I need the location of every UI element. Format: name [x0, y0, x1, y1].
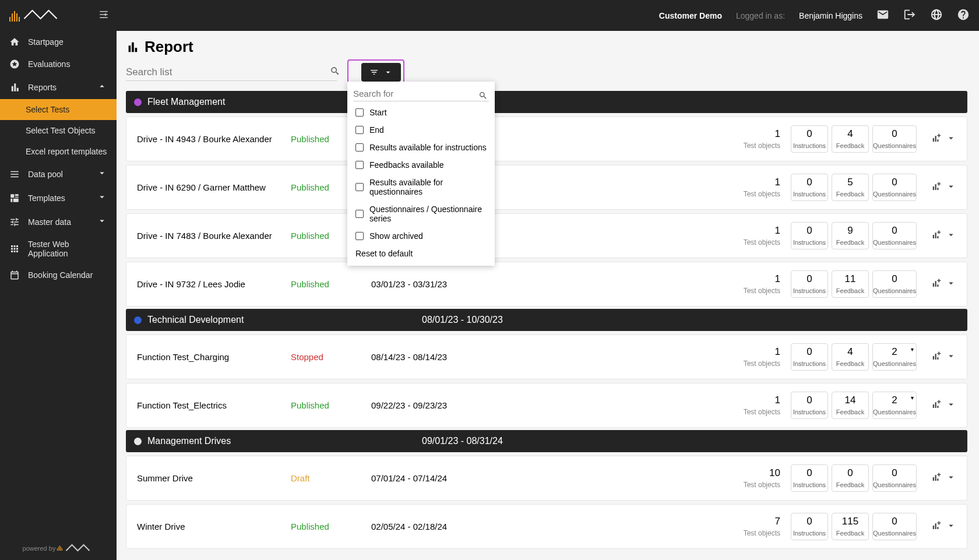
chevron-down-icon[interactable]: [946, 520, 956, 533]
metric-feedback[interactable]: 4Feedback: [832, 343, 869, 371]
add-chart-icon[interactable]: [931, 520, 941, 533]
sidebar-item-label: Select Tests: [26, 105, 69, 114]
metric-instructions[interactable]: 0Instructions: [791, 270, 828, 298]
globe-icon[interactable]: [930, 8, 943, 23]
sidebar-item-reports[interactable]: Reports: [0, 75, 117, 99]
group-header[interactable]: Fleet Management01/01/23 - 12/: [126, 91, 967, 113]
sidebar-item-data-pool[interactable]: Data pool: [0, 162, 117, 186]
group-header[interactable]: Management Drives09/01/23 - 08/31/24: [126, 430, 967, 452]
filter-option[interactable]: Results available for instructions: [347, 139, 495, 156]
topbar: Customer Demo Logged in as: Benjamin Hig…: [0, 0, 979, 31]
sidebar-item-select-test-objects[interactable]: Select Test Objects: [0, 120, 117, 141]
filter-option[interactable]: Feedbacks available: [347, 156, 495, 174]
color-dot-icon: [134, 98, 142, 106]
test-status: Published: [291, 400, 367, 410]
search-input[interactable]: [126, 64, 337, 81]
checkbox-icon: [355, 108, 364, 117]
test-row[interactable]: Drive - IN 6290 / Garner MatthewPublishe…: [126, 165, 967, 210]
group-date-range: 08/01/23 - 10/30/23: [422, 315, 503, 325]
metric-instructions[interactable]: 0Instructions: [791, 392, 828, 419]
add-chart-icon[interactable]: [931, 133, 941, 145]
sidebar-item-evaluations[interactable]: Evaluations: [0, 53, 117, 75]
chevron-down-icon[interactable]: [946, 181, 956, 193]
metric-questionnaires[interactable]: 0Questionnaires: [872, 174, 917, 201]
metric-feedback[interactable]: 0Feedback: [832, 464, 869, 492]
filter-option[interactable]: Questionnaires / Questionnaire series: [347, 200, 495, 227]
add-chart-icon[interactable]: [931, 399, 941, 411]
add-chart-icon[interactable]: [931, 230, 941, 242]
sidebar-item-startpage[interactable]: Startpage: [0, 31, 117, 53]
sidebar-item-templates[interactable]: Templates: [0, 186, 117, 210]
sidebar-item-booking-calendar[interactable]: Booking Calendar: [0, 264, 117, 286]
metric-test-objects: 1Test objects: [574, 346, 786, 368]
sidebar-item-master-data[interactable]: Master data: [0, 210, 117, 234]
metric-instructions[interactable]: 0Instructions: [791, 513, 828, 540]
filter-search-input[interactable]: [353, 86, 489, 101]
metric-questionnaires[interactable]: 0Questionnaires: [872, 270, 917, 298]
test-row[interactable]: Drive - IN 4943 / Bourke AlexanderPublis…: [126, 117, 967, 161]
user-name[interactable]: Benjamin Higgins: [799, 11, 862, 20]
metric-feedback[interactable]: 9Feedback: [832, 222, 869, 249]
filter-option-label: Feedbacks available: [369, 160, 444, 170]
add-chart-icon[interactable]: [931, 181, 941, 193]
chevron-down-icon: [97, 168, 107, 180]
mail-icon[interactable]: [876, 8, 889, 23]
test-row[interactable]: Function Test_ChargingStopped08/14/23 - …: [126, 334, 967, 379]
sidebar-item-tester-web[interactable]: Tester Web Application: [0, 234, 117, 264]
metric-instructions[interactable]: 0Instructions: [791, 343, 828, 371]
tune-icon: [9, 217, 20, 227]
collapse-sidebar-icon[interactable]: [98, 9, 110, 22]
chevron-down-icon[interactable]: [946, 278, 956, 290]
test-row[interactable]: Drive - IN 7483 / Bourke AlexanderPublis…: [126, 213, 967, 258]
metric-feedback[interactable]: 11Feedback: [832, 270, 869, 298]
test-row[interactable]: Winter DrivePublished02/05/24 - 02/18/24…: [126, 504, 967, 549]
filter-reset[interactable]: Reset to default: [347, 245, 495, 262]
logout-icon[interactable]: [903, 8, 916, 23]
chevron-down-icon[interactable]: [946, 230, 956, 242]
sidebar-footer: powered by: [0, 536, 117, 560]
filter-option[interactable]: Start: [347, 104, 495, 121]
metric-feedback[interactable]: 115Feedback: [832, 513, 869, 540]
filter-option[interactable]: Results available for questionnaires: [347, 174, 495, 200]
test-row[interactable]: Drive - IN 9732 / Lees JodiePublished03/…: [126, 262, 967, 307]
caret-down-icon: [383, 68, 393, 77]
color-dot-icon: [134, 438, 142, 445]
search-icon[interactable]: [330, 66, 340, 79]
metric-questionnaires[interactable]: 0Questionnaires: [872, 513, 917, 540]
sidebar-item-select-tests[interactable]: Select Tests: [0, 99, 117, 120]
metric-instructions[interactable]: 0Instructions: [791, 222, 828, 249]
test-row[interactable]: Summer DriveDraft07/01/24 - 07/14/2410Te…: [126, 456, 967, 501]
metric-feedback[interactable]: 5Feedback: [832, 174, 869, 201]
filter-button[interactable]: [361, 63, 401, 82]
add-chart-icon[interactable]: [931, 472, 941, 484]
filter-option[interactable]: End: [347, 121, 495, 139]
metric-questionnaires[interactable]: 2Questionnaires▾: [872, 343, 917, 371]
search-icon[interactable]: [478, 91, 488, 103]
chevron-down-icon[interactable]: [946, 133, 956, 145]
chevron-down-icon[interactable]: [946, 351, 956, 363]
chevron-down-icon: [97, 192, 107, 204]
add-chart-icon[interactable]: [931, 351, 941, 363]
filter-option-label: Show archived: [369, 231, 423, 241]
metric-instructions[interactable]: 0Instructions: [791, 174, 828, 201]
metric-questionnaires[interactable]: 0Questionnaires: [872, 222, 917, 249]
metric-instructions[interactable]: 0Instructions: [791, 125, 828, 153]
metric-questionnaires[interactable]: 0Questionnaires: [872, 125, 917, 153]
metric-feedback[interactable]: 4Feedback: [832, 125, 869, 153]
metric-feedback[interactable]: 14Feedback: [832, 392, 869, 419]
home-icon: [9, 37, 20, 47]
caret-down-icon: ▾: [911, 346, 914, 353]
test-dates: 09/22/23 - 09/23/23: [371, 400, 569, 410]
test-dates: 08/14/23 - 08/14/23: [371, 352, 569, 362]
sidebar-item-excel-templates[interactable]: Excel report templates: [0, 141, 117, 162]
metric-questionnaires[interactable]: 2Questionnaires▾: [872, 392, 917, 419]
add-chart-icon[interactable]: [931, 278, 941, 290]
chevron-down-icon[interactable]: [946, 399, 956, 411]
chevron-down-icon[interactable]: [946, 472, 956, 484]
test-row[interactable]: Function Test_ElectricsPublished09/22/23…: [126, 383, 967, 428]
help-icon[interactable]: [957, 8, 970, 23]
group-header[interactable]: Technical Development08/01/23 - 10/30/23: [126, 309, 967, 331]
filter-option[interactable]: Show archived: [347, 227, 495, 245]
metric-questionnaires[interactable]: 0Questionnaires: [872, 464, 917, 492]
metric-instructions[interactable]: 0Instructions: [791, 464, 828, 492]
